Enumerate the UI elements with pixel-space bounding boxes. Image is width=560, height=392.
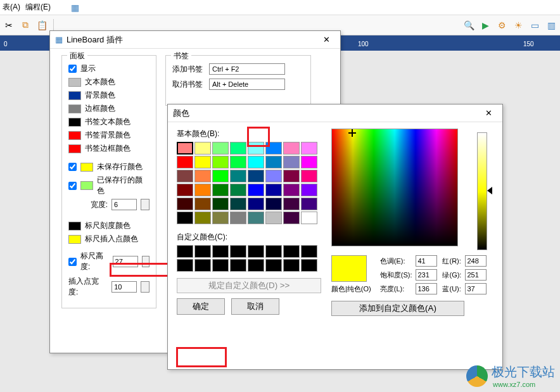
close-icon[interactable]: ✕ xyxy=(317,33,335,47)
ruler-insert-swatch[interactable] xyxy=(68,235,81,244)
bm-bg-color-swatch[interactable] xyxy=(68,131,81,140)
basic-color-cell[interactable] xyxy=(301,142,317,155)
basic-color-cell[interactable] xyxy=(230,170,246,182)
basic-color-cell[interactable] xyxy=(177,156,193,168)
basic-color-cell[interactable] xyxy=(212,142,229,155)
basic-color-cell[interactable] xyxy=(194,142,211,155)
basic-color-cell[interactable] xyxy=(177,198,193,210)
saved-checkbox[interactable] xyxy=(68,182,77,190)
debug-icon[interactable]: ☀ xyxy=(512,19,525,32)
basic-color-cell[interactable] xyxy=(265,184,282,196)
cancel-button[interactable]: 取消 xyxy=(231,298,279,315)
gear-icon[interactable]: ⚙ xyxy=(495,19,508,32)
basic-color-cell[interactable] xyxy=(230,212,246,224)
color-gradient[interactable] xyxy=(331,129,458,246)
custom-color-cell[interactable] xyxy=(283,245,300,258)
basic-color-cell[interactable] xyxy=(230,184,246,196)
paste-icon[interactable]: 📋 xyxy=(35,19,48,32)
cancel-bookmark-input[interactable] xyxy=(209,79,285,90)
insert-width-spinner[interactable] xyxy=(141,281,150,293)
basic-color-cell[interactable] xyxy=(230,156,246,168)
custom-color-cell[interactable] xyxy=(265,259,282,272)
basic-color-cell[interactable] xyxy=(212,170,229,182)
lineboard-titlebar[interactable]: ▦ LineBoard 插件 ✕ xyxy=(50,31,340,49)
ruler-height-checkbox[interactable] xyxy=(68,258,77,266)
basic-color-cell[interactable] xyxy=(301,184,317,196)
run-icon[interactable]: ▶ xyxy=(479,19,492,32)
ruler-scale-swatch[interactable] xyxy=(68,222,81,231)
basic-color-cell[interactable] xyxy=(230,198,246,210)
add-custom-button[interactable]: 添加到自定义颜色(A) xyxy=(331,301,464,316)
basic-color-cell[interactable] xyxy=(212,212,229,224)
close-icon[interactable]: ✕ xyxy=(480,106,497,120)
basic-color-cell[interactable] xyxy=(283,142,300,155)
custom-color-cell[interactable] xyxy=(194,259,211,272)
cascade-icon[interactable]: ▥ xyxy=(545,19,557,32)
ok-button[interactable]: 确定 xyxy=(177,298,225,315)
saved-color-swatch[interactable] xyxy=(80,181,93,190)
basic-color-cell[interactable] xyxy=(194,156,211,168)
basic-color-cell[interactable] xyxy=(212,156,229,168)
border-color-swatch[interactable] xyxy=(68,104,81,113)
blue-input[interactable] xyxy=(465,283,487,294)
unsaved-checkbox[interactable] xyxy=(68,163,77,171)
basic-color-cell[interactable] xyxy=(265,198,282,210)
width-spinner[interactable] xyxy=(141,199,150,210)
basic-color-cell[interactable] xyxy=(230,142,246,155)
bm-text-color-swatch[interactable] xyxy=(68,118,81,127)
basic-color-cell[interactable] xyxy=(248,198,264,210)
basic-color-cell[interactable] xyxy=(283,170,300,182)
basic-color-cell[interactable] xyxy=(248,170,264,182)
custom-color-cell[interactable] xyxy=(230,259,246,272)
sat-input[interactable] xyxy=(416,269,437,281)
basic-color-cell[interactable] xyxy=(265,212,282,224)
custom-color-cell[interactable] xyxy=(212,245,229,258)
basic-color-cell[interactable] xyxy=(194,212,211,224)
basic-color-cell[interactable] xyxy=(248,142,264,155)
basic-color-cell[interactable] xyxy=(301,156,317,168)
custom-color-cell[interactable] xyxy=(248,245,264,258)
menu-program[interactable]: 编程(E) xyxy=(25,2,51,13)
red-input[interactable] xyxy=(465,255,487,267)
basic-color-cell[interactable] xyxy=(283,198,300,210)
custom-color-cell[interactable] xyxy=(283,259,300,272)
menu-table[interactable]: 表(A) xyxy=(3,2,20,13)
custom-color-cell[interactable] xyxy=(177,259,193,272)
basic-color-cell[interactable] xyxy=(177,170,193,182)
basic-color-cell[interactable] xyxy=(301,212,317,224)
basic-color-cell[interactable] xyxy=(177,212,193,224)
window-icon[interactable]: ▭ xyxy=(528,19,541,32)
basic-color-cell[interactable] xyxy=(265,142,282,155)
custom-color-cell[interactable] xyxy=(301,245,317,258)
show-checkbox[interactable] xyxy=(68,65,77,73)
lightness-arrow-icon[interactable] xyxy=(487,187,492,194)
basic-color-cell[interactable] xyxy=(265,156,282,168)
basic-color-cell[interactable] xyxy=(301,198,317,210)
add-bookmark-input[interactable] xyxy=(209,63,285,75)
basic-color-cell[interactable] xyxy=(283,184,300,196)
basic-color-cell[interactable] xyxy=(194,198,211,210)
text-color-swatch[interactable] xyxy=(68,78,81,87)
basic-color-cell[interactable] xyxy=(265,170,282,182)
color-titlebar[interactable]: 颜色 ✕ xyxy=(168,104,502,122)
bm-border-color-swatch[interactable] xyxy=(68,144,81,153)
copy-icon[interactable]: ⧉ xyxy=(19,19,32,32)
ruler-height-spinner[interactable] xyxy=(142,256,150,267)
width-input[interactable] xyxy=(111,199,137,210)
hue-input[interactable] xyxy=(416,255,437,267)
basic-color-cell[interactable] xyxy=(283,156,300,168)
basic-color-cell[interactable] xyxy=(194,184,211,196)
bg-color-swatch[interactable] xyxy=(68,91,81,100)
custom-color-cell[interactable] xyxy=(212,259,229,272)
custom-color-cell[interactable] xyxy=(230,245,246,258)
green-input[interactable] xyxy=(465,269,487,281)
lightness-slider[interactable] xyxy=(477,132,487,250)
basic-color-cell[interactable] xyxy=(212,198,229,210)
ruler-height-input[interactable] xyxy=(113,256,138,267)
lum-input[interactable] xyxy=(416,283,437,294)
custom-color-cell[interactable] xyxy=(177,245,193,258)
basic-color-cell[interactable] xyxy=(301,170,317,182)
custom-color-cell[interactable] xyxy=(301,259,317,272)
basic-color-cell[interactable] xyxy=(283,212,300,224)
basic-color-cell[interactable] xyxy=(248,184,264,196)
